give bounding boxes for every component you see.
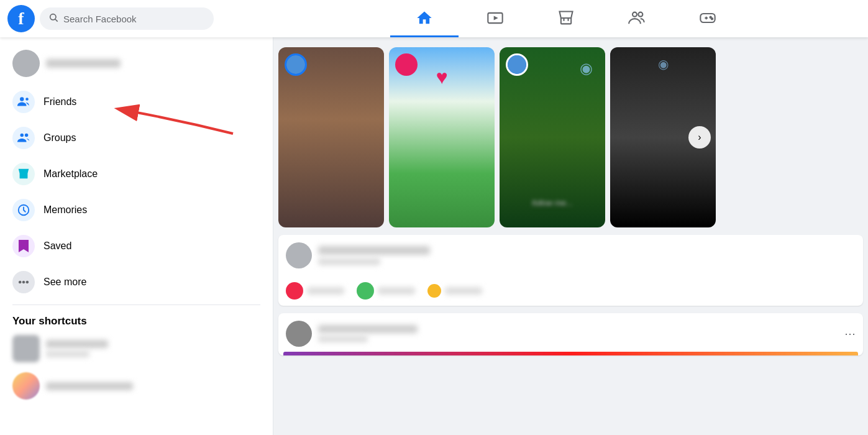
story-card-1[interactable] (278, 47, 384, 227)
shortcut-thumb-1 (12, 335, 40, 362)
reaction-text-2 (378, 287, 415, 295)
tab-marketplace[interactable] (532, 0, 600, 37)
topnav-center (273, 0, 858, 37)
reaction-text-1 (307, 287, 344, 295)
post-name-2 (318, 325, 418, 333)
svg-marker-3 (493, 16, 498, 20)
memories-icon (12, 199, 35, 221)
sidebar-item-groups[interactable]: Groups (5, 121, 268, 155)
svg-point-0 (50, 14, 56, 20)
tab-gaming[interactable] (674, 0, 742, 37)
sidebar-item-marketplace[interactable]: Marketplace (5, 157, 268, 191)
reaction-text-3 (445, 287, 482, 295)
story-card-3[interactable]: ◉ follow me... (500, 47, 605, 227)
tab-watch[interactable] (461, 0, 529, 37)
svg-point-9 (20, 97, 24, 101)
sidebar-item-groups-label: Groups (43, 132, 76, 144)
shortcut-thumb-2 (12, 372, 40, 400)
svg-point-8 (711, 18, 712, 19)
post-meta-1 (318, 246, 430, 265)
svg-point-5 (638, 12, 642, 16)
search-icon (48, 12, 58, 25)
shortcut-item-1[interactable] (5, 330, 268, 367)
post-time-1 (318, 258, 380, 265)
story-card-4[interactable]: ◉ › (610, 47, 716, 227)
svg-point-16 (27, 282, 29, 283)
svg-point-15 (23, 282, 25, 283)
friends-icon (12, 91, 35, 113)
sidebar-divider (12, 304, 260, 305)
shortcut-sub-1 (46, 350, 89, 357)
reaction-circle-red (286, 282, 303, 300)
main-content: ♥ ◉ follow me... (273, 37, 868, 435)
shortcuts-label: Your shortcuts (5, 310, 268, 330)
groups-icon (12, 127, 35, 149)
svg-point-11 (21, 134, 24, 137)
main-layout: Friends Groups Marketplace (0, 37, 868, 435)
tab-home[interactable] (390, 0, 459, 37)
shortcut-item-2[interactable] (5, 367, 268, 405)
search-placeholder-text: Search Facebook (63, 14, 137, 24)
shortcut-info-2 (46, 382, 133, 390)
saved-icon (12, 235, 35, 257)
tab-groups[interactable] (603, 0, 671, 37)
shortcut-name-2 (46, 382, 133, 390)
story-text-3: follow me... (532, 196, 573, 209)
reaction-pill-green[interactable] (357, 282, 415, 300)
sidebar-item-saved-label: Saved (43, 240, 71, 252)
reaction-pill-yellow[interactable] (427, 284, 482, 298)
post-time-2 (318, 336, 368, 342)
sidebar: Friends Groups Marketplace (0, 37, 273, 435)
sidebar-item-friends[interactable]: Friends (5, 85, 268, 119)
svg-point-12 (25, 134, 29, 137)
topnav-left: f Search Facebook (0, 5, 273, 32)
bottom-gradient-strip (283, 352, 858, 355)
search-bar[interactable]: Search Facebook (40, 7, 214, 30)
post-name-1 (318, 246, 430, 255)
post-header-1 (278, 242, 863, 276)
user-name (46, 59, 121, 68)
sidebar-item-seemore[interactable]: See more (5, 265, 268, 300)
story-avatar-2 (395, 53, 418, 76)
user-profile-row[interactable] (5, 45, 268, 82)
reaction-circle-green (357, 282, 374, 300)
post-avatar-2 (286, 321, 312, 347)
sidebar-item-marketplace-label: Marketplace (43, 168, 98, 180)
user-avatar (12, 50, 40, 77)
post-avatar-1 (286, 242, 312, 268)
fb-logo-letter: f (18, 10, 24, 27)
story-avatar-1 (285, 53, 307, 76)
seemore-icon (12, 271, 35, 293)
sidebar-item-memories-label: Memories (43, 204, 87, 216)
post-reactions-row-1 (278, 276, 863, 306)
stories-row: ♥ ◉ follow me... (273, 47, 868, 227)
sidebar-item-memories[interactable]: Memories (5, 193, 268, 227)
svg-point-14 (19, 282, 21, 283)
svg-point-10 (25, 98, 29, 101)
sidebar-item-friends-label: Friends (43, 96, 76, 108)
fb-logo[interactable]: f (7, 5, 35, 32)
sidebar-item-seemore-label: See more (43, 277, 86, 288)
story-avatar-3 (506, 53, 528, 76)
post-options-icon[interactable]: ⋯ (844, 327, 856, 341)
svg-line-1 (55, 19, 58, 22)
topnav: f Search Facebook (0, 0, 868, 37)
story-card-2[interactable]: ♥ (389, 47, 495, 227)
svg-point-4 (633, 12, 637, 16)
shortcut-info-1 (46, 340, 108, 357)
marketplace-icon (12, 163, 35, 185)
reaction-circle-yellow (427, 284, 441, 298)
shortcut-name-1 (46, 340, 108, 348)
sidebar-item-saved[interactable]: Saved (5, 229, 268, 263)
story-nav-btn[interactable]: › (688, 126, 711, 149)
post-card-2: ⋯ (278, 313, 863, 355)
post-card-1 (278, 235, 863, 306)
post-meta-2 (318, 325, 418, 342)
reaction-pill-red[interactable] (286, 282, 344, 300)
post-header-2: ⋯ (278, 321, 863, 352)
